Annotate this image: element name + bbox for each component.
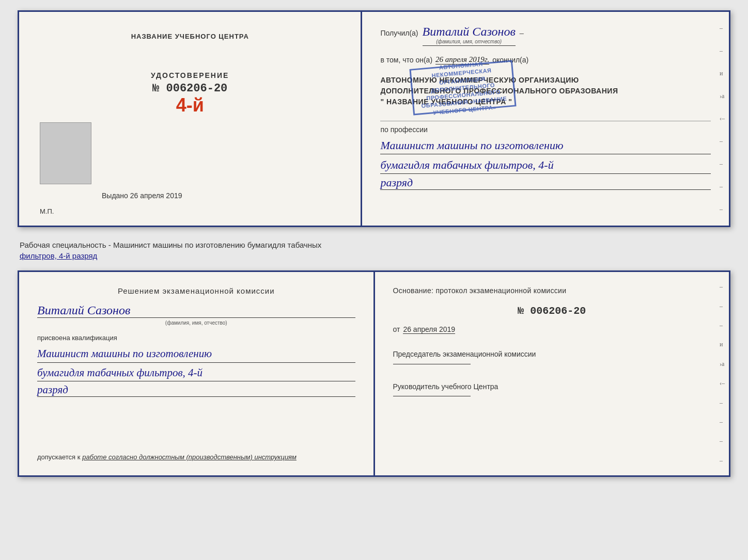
certificate-bottom: Решением экзаменационной комиссии Витали… — [18, 270, 730, 477]
speciality-label: Рабочая специальность - Машинист машины … — [18, 235, 730, 262]
person-name-bottom: Виталий Сазонов — [37, 303, 355, 318]
side-dashes-top: – – и ›а ‹– – – – – — [718, 12, 727, 226]
protocol-number: № 006206-20 — [393, 305, 711, 317]
cert-bottom-left: Решением экзаменационной комиссии Витали… — [19, 272, 375, 475]
photo-placeholder — [40, 122, 91, 184]
osnование-line: Основание: протокол экзаменационной коми… — [393, 286, 711, 295]
cert-top-right: Получил(а) Виталий Сазонов (фамилия, имя… — [362, 12, 729, 226]
vtom-line: в том, что он(а) 26 апреля 2019г. окончи… — [380, 55, 711, 65]
cert-title-block: УДОСТОВЕРЕНИЕ № 006206-20 — [151, 71, 229, 95]
mp-label: М.П. — [40, 207, 54, 215]
dopusk-line: допускается к работе согласно должностны… — [37, 453, 355, 461]
certificate-top: НАЗВАНИЕ УЧЕБНОГО ЦЕНТРА УДОСТОВЕРЕНИЕ №… — [18, 10, 730, 227]
cert-number-red: 4-й — [176, 94, 204, 116]
commission-chair: Председатель экзаменационной комиссии — [393, 349, 711, 366]
profession-bottom-1: Машинист машины по изготовлению — [37, 346, 355, 363]
cert-title: УДОСТОВЕРЕНИЕ — [151, 71, 229, 79]
fio-subtitle-bottom: (фамилия, имя, отчество) — [37, 320, 355, 326]
decision-title: Решением экзаменационной комиссии — [37, 286, 355, 295]
chairman-signature-line — [393, 364, 471, 364]
org-block: АВТОНОМНУЮ НЕКОММЕРЧЕСКУЮ ОРГАНИЗАЦИЮ ДО… — [380, 75, 711, 107]
cert-number-top: № 006206-20 — [151, 82, 229, 95]
profession-value-1: Машинист машины по изготовлению — [380, 137, 711, 154]
profession-label: по профессии — [380, 125, 711, 134]
profession-value-2: бумагидля табачных фильтров, 4-й — [380, 156, 711, 174]
recipient-name: Виталий Сазонов (фамилия, имя, отчество) — [423, 25, 516, 46]
document-wrapper: НАЗВАНИЕ УЧЕБНОГО ЦЕНТРА УДОСТОВЕРЕНИЕ №… — [18, 10, 730, 477]
recipient-line: Получил(а) Виталий Сазонов (фамилия, имя… — [380, 25, 711, 46]
cert-top-left: НАЗВАНИЕ УЧЕБНОГО ЦЕНТРА УДОСТОВЕРЕНИЕ №… — [19, 12, 362, 226]
razryad-bottom: разряд — [37, 383, 355, 397]
divider-1 — [380, 121, 711, 121]
assigned-label: присвоена квалификация — [37, 334, 355, 342]
rukovoditel-signature-line — [393, 396, 471, 396]
stamp-overlay: АВТОНОМНАЯ НЕКОММЕРЧЕСКАЯ ОРГАНИЗАЦИЯ ДО… — [410, 60, 517, 115]
cert-bottom-right: Основание: протокол экзаменационной коми… — [375, 272, 729, 475]
razryad-value: разряд — [380, 176, 711, 190]
profession-bottom-2: бумагидля табачных фильтров, 4-й — [37, 365, 355, 382]
side-dashes-bottom: – – – и ›а ‹– – – – – — [718, 272, 727, 475]
rukovoditel: Руководитель учебного Центра — [393, 382, 711, 399]
training-center-label-top: НАЗВАНИЕ УЧЕБНОГО ЦЕНТРА — [131, 33, 249, 40]
issued-line: Выдано 26 апреля 2019 — [102, 191, 182, 200]
ot-line: от 26 апреля 2019 — [393, 325, 711, 334]
